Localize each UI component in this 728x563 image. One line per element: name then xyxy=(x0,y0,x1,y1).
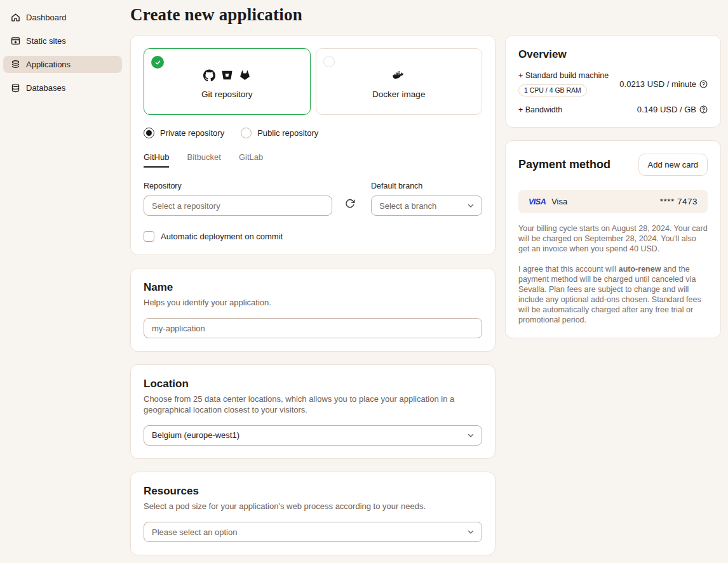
overview-row-bandwidth: + Bandwidth 0.149 USD / GB xyxy=(518,105,708,114)
radio-label: Public repository xyxy=(257,128,318,138)
build-machine-spec-badge: 1 CPU / 4 GB RAM xyxy=(518,84,587,96)
name-section-title: Name xyxy=(144,281,482,294)
chevron-down-icon xyxy=(466,201,475,210)
github-icon xyxy=(203,69,215,81)
name-section-description: Helps you identify your application. xyxy=(144,298,482,308)
pod-size-select[interactable]: Please select an option xyxy=(144,522,482,542)
sidebar-item-applications[interactable]: Applications xyxy=(3,56,122,73)
refresh-repositories-button[interactable] xyxy=(344,199,355,209)
overview-title: Overview xyxy=(518,48,708,61)
location-select[interactable]: Belgium (europe-west1) xyxy=(144,425,482,446)
tab-bitbucket[interactable]: Bitbucket xyxy=(187,152,220,168)
sidebar-item-static-sites[interactable]: Static sites xyxy=(3,32,122,50)
bandwidth-label: + Bandwidth xyxy=(518,105,562,114)
radio-label: Private repository xyxy=(160,128,224,138)
sidebar-item-databases[interactable]: Databases xyxy=(3,79,122,96)
chevron-down-icon xyxy=(466,527,475,536)
app-window: Dashboard Static sites Applications Data… xyxy=(0,0,728,563)
refresh-icon xyxy=(345,199,355,209)
sidebar-item-label: Static sites xyxy=(26,36,66,46)
radio-unselected-icon xyxy=(241,128,252,138)
browser-icon xyxy=(11,36,20,46)
repository-visibility-group: Private repository Public repository xyxy=(144,128,482,138)
auto-deploy-label: Automatic deployment on commit xyxy=(161,232,283,241)
card-brand-name: Visa xyxy=(551,197,567,206)
select-placeholder: Please select an option xyxy=(152,527,237,537)
select-value: Select a branch xyxy=(379,201,436,211)
sidebar: Dashboard Static sites Applications Data… xyxy=(0,0,122,563)
resources-card: Resources Select a pod size for your app… xyxy=(130,472,495,555)
auto-renew-agreement: I agree that this account will auto-rene… xyxy=(518,264,708,325)
gitlab-icon xyxy=(239,69,251,81)
source-option-docker-image[interactable]: Docker image xyxy=(316,48,483,115)
stack-icon xyxy=(11,60,20,69)
main-area: Create new application xyxy=(122,0,728,563)
sidebar-item-label: Applications xyxy=(26,60,71,69)
public-repository-radio[interactable]: Public repository xyxy=(241,128,318,138)
default-branch-label: Default branch xyxy=(371,182,482,190)
location-section-title: Location xyxy=(144,378,482,390)
application-name-input[interactable] xyxy=(144,318,482,338)
resources-section-description: Select a pod size for your application's… xyxy=(144,501,482,512)
help-circle-icon[interactable] xyxy=(699,105,708,114)
database-icon xyxy=(11,83,20,93)
select-value: Belgium (europe-west1) xyxy=(152,430,239,440)
selected-check-icon xyxy=(151,56,164,69)
build-machine-price: 0.0213 USD / minute xyxy=(619,79,696,89)
unselected-radio-icon xyxy=(323,56,335,67)
payment-method-title: Payment method xyxy=(518,158,610,171)
checkbox-unchecked-icon[interactable] xyxy=(144,231,154,242)
source-card: Git repository Docker image xyxy=(130,35,495,255)
repository-input[interactable] xyxy=(144,195,332,216)
sidebar-item-dashboard[interactable]: Dashboard xyxy=(3,9,122,26)
home-icon xyxy=(11,13,20,22)
git-provider-tabs: GitHub Bitbucket GitLab xyxy=(144,152,482,168)
card-last4: **** 7473 xyxy=(660,197,698,206)
bandwidth-price: 0.149 USD / GB xyxy=(637,105,696,114)
page-title: Create new application xyxy=(130,5,721,25)
repository-label: Repository xyxy=(144,182,332,190)
radio-selected-icon xyxy=(144,128,154,138)
source-option-git-repository[interactable]: Git repository xyxy=(144,48,311,115)
auto-deploy-checkbox-row[interactable]: Automatic deployment on commit xyxy=(144,231,482,242)
overview-card: Overview + Standard build machine 1 CPU … xyxy=(505,35,721,128)
auto-renew-bold: auto-renew xyxy=(619,265,661,274)
billing-cycle-note: Your billing cycle starts on August 28, … xyxy=(518,223,708,254)
payment-method-card: Payment method Add new card VISA Visa **… xyxy=(505,140,721,338)
default-branch-select[interactable]: Select a branch xyxy=(371,195,482,216)
private-repository-radio[interactable]: Private repository xyxy=(144,128,224,138)
location-card: Location Choose from 25 data center loca… xyxy=(130,364,495,459)
location-section-description: Choose from 25 data center locations, wh… xyxy=(144,394,482,415)
help-circle-icon[interactable] xyxy=(699,80,708,88)
add-new-card-button[interactable]: Add new card xyxy=(638,154,708,176)
name-card: Name Helps you identify your application… xyxy=(130,268,495,352)
docker-icon xyxy=(393,69,405,81)
sidebar-item-label: Databases xyxy=(26,83,65,93)
chevron-down-icon xyxy=(466,431,475,440)
source-option-label: Git repository xyxy=(201,89,252,99)
tab-gitlab[interactable]: GitLab xyxy=(239,152,263,168)
form-column: Git repository Docker image xyxy=(130,35,495,563)
git-provider-icons xyxy=(203,68,251,82)
saved-card-row[interactable]: VISA Visa **** 7473 xyxy=(518,190,708,213)
bitbucket-icon xyxy=(221,69,233,81)
sidebar-item-label: Dashboard xyxy=(26,13,67,22)
tab-github[interactable]: GitHub xyxy=(144,152,169,168)
source-option-label: Docker image xyxy=(372,89,425,99)
resources-section-title: Resources xyxy=(144,485,482,498)
summary-column: Overview + Standard build machine 1 CPU … xyxy=(505,35,721,351)
overview-row-build-machine: + Standard build machine 1 CPU / 4 GB RA… xyxy=(518,71,708,96)
visa-logo: VISA xyxy=(529,197,546,206)
build-machine-label: + Standard build machine xyxy=(518,71,609,80)
